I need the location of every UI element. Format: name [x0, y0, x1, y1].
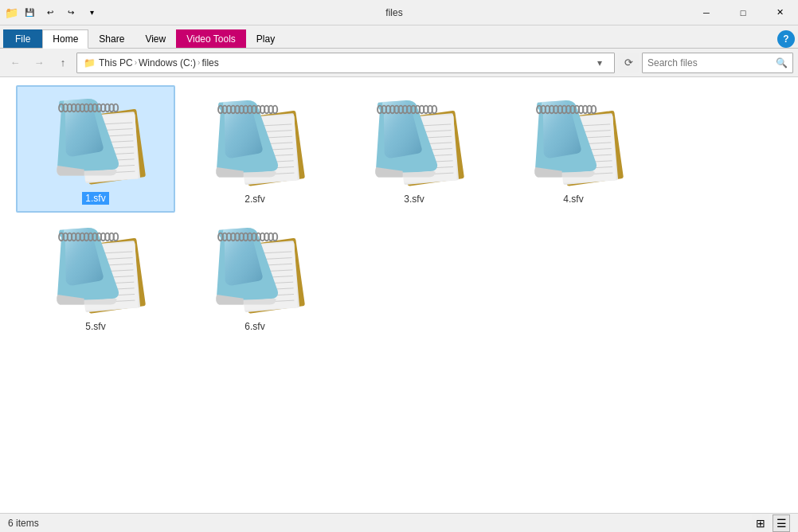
qat-save[interactable]: 💾 — [21, 4, 38, 22]
svg-point-77 — [432, 106, 436, 114]
file-item-6[interactable]: 6.sfv — [175, 213, 334, 340]
ribbon-tabs: File Home Share View Video Tools Play ? — [0, 25, 798, 48]
window-controls: ─ □ ✕ — [688, 0, 798, 25]
file-name-6: 6.sfv — [244, 321, 264, 332]
file-icon-6 — [195, 222, 315, 318]
title-bar: 📁 💾 ↩ ↪ ▾ files ─ □ ✕ — [0, 0, 798, 25]
refresh-button[interactable]: ⟳ — [618, 53, 639, 73]
window-title: files — [385, 7, 402, 18]
breadcrumb: This PC › Windows (C:) › files — [99, 57, 219, 68]
nav-bar: ← → ↑ 📁 This PC › Windows (C:) › files ▾… — [0, 49, 798, 77]
address-bar[interactable]: 📁 This PC › Windows (C:) › files ▾ — [76, 53, 615, 73]
details-view-button[interactable]: ☰ — [773, 514, 790, 532]
file-area: 1.sfv 2.sfv — [0, 77, 798, 513]
file-name-3: 3.sfv — [404, 194, 424, 205]
app-icon: 📁 — [5, 6, 18, 19]
file-icon-2 — [195, 95, 315, 190]
file-icon-1 — [36, 93, 155, 189]
qat-redo[interactable]: ↪ — [62, 4, 80, 22]
svg-point-25 — [113, 104, 118, 112]
file-item-5[interactable]: 5.sfv — [16, 213, 175, 340]
status-bar: 6 items ⊞ ☰ — [0, 513, 798, 532]
qat-undo[interactable]: ↩ — [41, 4, 59, 22]
svg-point-103 — [591, 106, 596, 114]
item-count: 6 items — [8, 518, 39, 529]
file-name-1: 1.sfv — [82, 192, 108, 205]
large-icon-view-button[interactable]: ⊞ — [752, 514, 769, 532]
file-icon-4 — [514, 95, 633, 190]
ribbon: File Home Share View Video Tools Play ? — [0, 25, 798, 49]
forward-button[interactable]: → — [29, 53, 49, 73]
tab-share[interactable]: Share — [88, 29, 135, 48]
file-item-1[interactable]: 1.sfv — [16, 85, 175, 213]
svg-point-51 — [272, 106, 277, 114]
svg-point-129 — [113, 233, 118, 241]
breadcrumb-windowsc[interactable]: Windows (C:) — [139, 57, 196, 68]
tab-view[interactable]: View — [135, 29, 176, 48]
tab-videotools[interactable]: Video Tools — [176, 29, 246, 48]
help-button[interactable]: ? — [777, 30, 795, 48]
tab-play[interactable]: Play — [246, 29, 285, 48]
breadcrumb-thispc[interactable]: This PC — [99, 57, 133, 68]
main-content: 1.sfv 2.sfv — [0, 77, 798, 513]
file-name-2: 2.sfv — [244, 194, 264, 205]
back-button[interactable]: ← — [5, 53, 25, 73]
minimize-button[interactable]: ─ — [688, 0, 725, 25]
breadcrumb-files[interactable]: files — [201, 57, 218, 68]
search-icon: 🔍 — [776, 57, 788, 68]
view-controls: ⊞ ☰ — [752, 514, 790, 532]
file-item-3[interactable]: 3.sfv — [334, 85, 494, 213]
search-box[interactable]: 🔍 — [642, 53, 793, 73]
file-icon-5 — [36, 222, 155, 318]
file-icon-3 — [354, 95, 474, 190]
file-name-5: 5.sfv — [85, 321, 105, 332]
title-bar-left: 📁 💾 ↩ ↪ ▾ — [0, 4, 100, 22]
file-item-2[interactable]: 2.sfv — [175, 85, 334, 213]
search-input[interactable] — [647, 57, 773, 68]
tab-home[interactable]: Home — [42, 29, 88, 49]
maximize-button[interactable]: □ — [725, 0, 761, 25]
qat-customize[interactable]: ▾ — [83, 4, 100, 22]
up-button[interactable]: ↑ — [53, 53, 73, 73]
file-item-4[interactable]: 4.sfv — [494, 85, 653, 213]
svg-point-155 — [272, 233, 277, 241]
tab-file[interactable]: File — [3, 29, 42, 48]
file-name-4: 4.sfv — [563, 194, 583, 205]
address-dropdown[interactable]: ▾ — [592, 57, 608, 68]
close-button[interactable]: ✕ — [761, 0, 798, 25]
